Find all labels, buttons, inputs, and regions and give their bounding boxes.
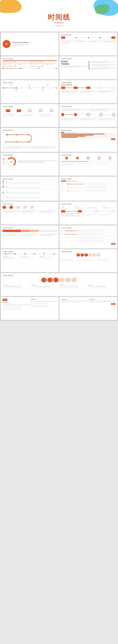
- next-btn-18[interactable]: Next: [111, 243, 115, 245]
- tl-5: [3, 87, 57, 88]
- hex-row-15: [3, 206, 57, 209]
- two-col-4: ProjectTimeline: [61, 60, 115, 70]
- ca1: [3, 63, 15, 64]
- line2: [77, 38, 87, 38]
- lx3: Lorem: [45, 84, 51, 85]
- next-btn-10[interactable]: Next: [61, 138, 115, 140]
- sub-22-t2: [3, 307, 21, 308]
- c17t6: [40, 235, 51, 236]
- vi1: [91, 61, 115, 63]
- vtc1: 2018 Q1: [5, 180, 57, 184]
- dl3: 2017: [3, 162, 5, 163]
- d19c: [24, 253, 26, 254]
- vs3: [3, 192, 4, 193]
- pf2: [61, 135, 94, 136]
- ct6: [89, 41, 101, 42]
- card-a2: [16, 62, 29, 67]
- l6a: [65, 88, 73, 88]
- c16t3: Lorem: [89, 206, 102, 209]
- vs4: [3, 198, 4, 199]
- tl-row-3: [3, 68, 57, 69]
- ic4: ✦: [98, 157, 100, 159]
- dl4: 2018: [3, 164, 5, 165]
- d19f: [54, 253, 55, 254]
- c8bd: [80, 120, 91, 120]
- d5d: [42, 87, 44, 88]
- c8t2: [89, 108, 115, 112]
- s18l3: [65, 238, 77, 238]
- c8bc: [80, 118, 96, 119]
- dc1: [18, 160, 57, 161]
- c8ba: [62, 118, 78, 119]
- c21l3: Subtitle text: [60, 284, 86, 286]
- cards-21: Subtitle text Subtitle text Subtitle tex…: [3, 284, 115, 288]
- slide-4-title: Timeline Template: [61, 58, 115, 60]
- hi-text-line2: [12, 46, 24, 46]
- c8c: [89, 109, 115, 110]
- next-23[interactable]: Next: [89, 303, 115, 305]
- hi-circle: Hi: [3, 40, 11, 48]
- slide-16: Timeline Template Lorem Lorem Lorem Lore…: [59, 202, 117, 224]
- c15t6: [40, 212, 51, 212]
- slide-20: Timeline Template Hi Hi Hi: [59, 249, 117, 272]
- d19e: [44, 253, 45, 254]
- slide-3: Timeline Template: [1, 56, 59, 79]
- c8be: [98, 118, 115, 119]
- c15c: [39, 210, 57, 214]
- slide-4: Timeline Template ProjectTimeline: [59, 56, 117, 79]
- vt5: [91, 68, 115, 68]
- c21t1: [3, 286, 22, 286]
- subtitle-section-22: Next Subtitle text Subtitle text: [3, 299, 57, 310]
- c19c: Subtitle text: [39, 255, 57, 260]
- vtb3: [5, 192, 41, 193]
- card3: [89, 40, 102, 44]
- slide-23: Subtitle text Subtitle text Next: [59, 297, 117, 320]
- c16ba: [61, 213, 79, 216]
- c6a: [61, 90, 79, 94]
- c9t4: [31, 148, 49, 148]
- d1: [3, 68, 4, 69]
- pb4: [61, 137, 115, 138]
- subtitle-section-23: Subtitle text Subtitle text Next: [61, 299, 115, 305]
- slide-14-title: Timeline Template: [61, 178, 115, 180]
- vs2: [3, 186, 4, 188]
- hi-text: Timeline for PowerPoint: [12, 42, 29, 44]
- dc3: [18, 162, 45, 163]
- vt1: [91, 61, 115, 62]
- b16d: [111, 210, 115, 212]
- s18c2: [77, 233, 115, 236]
- line3: [89, 38, 99, 38]
- c21t7: [88, 286, 107, 286]
- col4-right: [89, 60, 115, 70]
- cc4: [99, 113, 103, 116]
- cl2: [77, 114, 86, 115]
- c17t5: [40, 234, 56, 235]
- cc3: [87, 113, 90, 116]
- next-18[interactable]: Next: [61, 243, 115, 245]
- line4: [101, 38, 111, 38]
- r14ln3: [69, 191, 84, 191]
- l19c: [26, 254, 34, 254]
- c16b4: [103, 208, 111, 208]
- lb1: [9, 86, 13, 86]
- s18l2: [65, 234, 77, 234]
- l16b: [82, 211, 94, 212]
- d5e: [56, 87, 57, 88]
- slide-18: Timeline Template 01 02 03: [59, 226, 117, 248]
- ax3: Lorem: [27, 108, 32, 109]
- c16l1: Lorem: [62, 206, 74, 207]
- d19a: [5, 253, 6, 254]
- next-10[interactable]: Next: [111, 138, 115, 140]
- r14c1: [84, 182, 115, 185]
- vtb4: [5, 197, 41, 198]
- v-tl-4: [89, 61, 115, 70]
- cover-title: 时间线: [48, 13, 70, 22]
- tl-row-2: [61, 36, 115, 39]
- d19d: [34, 253, 35, 254]
- hbig2: [47, 278, 53, 282]
- next-btn-23[interactable]: Next: [111, 303, 115, 305]
- slide-18-title: Timeline Template: [61, 227, 115, 228]
- arc-svg: 2015: [6, 157, 16, 167]
- cl4: [103, 114, 112, 115]
- ax5: Lorem: [49, 108, 54, 109]
